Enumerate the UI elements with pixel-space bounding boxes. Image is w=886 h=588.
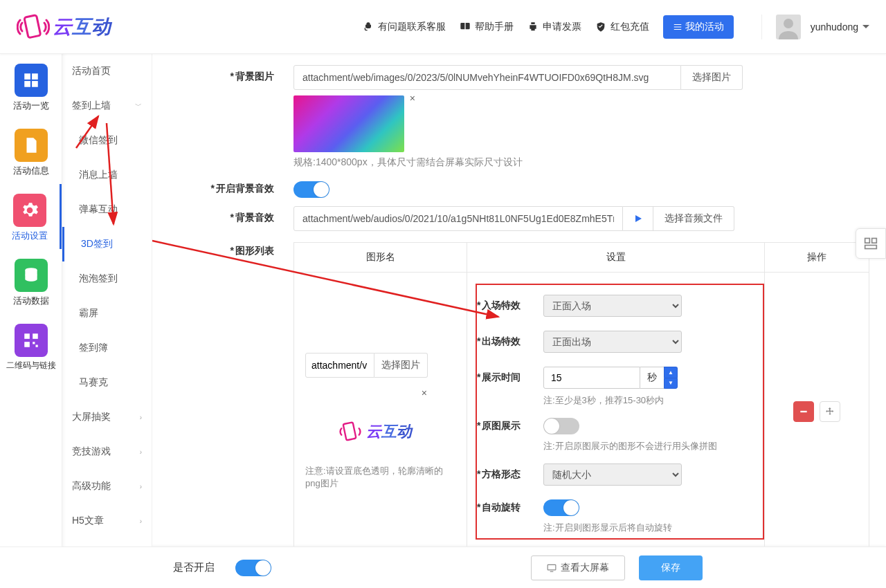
subnav-advanced[interactable]: 高级功能› [62, 469, 152, 504]
subnav-lottery[interactable]: 大屏抽奖› [62, 400, 152, 434]
gear-icon [21, 201, 39, 219]
logo-icon [17, 10, 50, 44]
nav-activity-info[interactable]: 活动信息 [0, 119, 62, 184]
subnav-home[interactable]: 活动首页 [62, 54, 152, 89]
remove-shape-image-icon[interactable]: × [422, 387, 427, 398]
label-bg-audio-enable: *开启背景音效 [169, 177, 293, 195]
delete-shape-button[interactable] [793, 401, 814, 422]
choose-image-button[interactable]: 选择图片 [681, 65, 743, 90]
svg-rect-2 [24, 73, 30, 80]
shape-choose-image-button[interactable]: 选择图片 [374, 353, 428, 378]
col-operations: 操作 [765, 243, 869, 272]
printer-icon [527, 21, 539, 33]
move-shape-button[interactable] [820, 401, 840, 422]
bg-audio-input[interactable] [293, 206, 623, 231]
layout-icon [864, 237, 878, 250]
subnav-wechat-signin[interactable]: 微信签到 [62, 123, 152, 158]
display-time-input[interactable] [543, 367, 640, 389]
subnav-book[interactable]: 签到簿 [62, 331, 152, 365]
time-unit: 秒 [640, 367, 664, 389]
in-effect-select[interactable]: 正面入场 [543, 295, 682, 317]
choose-audio-button[interactable]: 选择音频文件 [653, 206, 734, 231]
enable-toggle[interactable] [235, 560, 271, 576]
svg-rect-3 [32, 73, 38, 80]
qrcode-icon [22, 331, 40, 349]
nav-qrcode-links[interactable]: 二维码与链接 [0, 314, 62, 378]
nav-activity-overview[interactable]: 活动一览 [0, 54, 62, 119]
chevron-right-icon: › [140, 483, 142, 490]
out-effect-select[interactable]: 正面出场 [543, 331, 682, 353]
svg-rect-18 [872, 239, 877, 244]
time-step-up[interactable]: ▲ [664, 367, 678, 378]
label-out-effect: *出场特效 [477, 336, 531, 348]
nav-activity-settings[interactable]: 活动设置 [0, 184, 62, 249]
shape-image-input[interactable] [305, 353, 374, 378]
col-shape-name: 图形名 [294, 243, 467, 272]
svg-rect-15 [343, 422, 356, 440]
subnav-danmu[interactable]: 弹幕互动 [62, 192, 152, 227]
bg-image-thumbnail: × [293, 95, 404, 152]
subnav-signin-wall[interactable]: 签到上墙﹀ [62, 89, 152, 123]
nav-activity-data[interactable]: 活动数据 [0, 249, 62, 314]
contact-support-link[interactable]: 有问题联系客服 [363, 21, 446, 33]
shield-icon [595, 21, 606, 33]
svg-rect-8 [33, 333, 38, 339]
list-icon [673, 22, 682, 32]
subnav-3d-signin[interactable]: 3D签到 [62, 227, 152, 261]
avatar[interactable] [776, 15, 801, 39]
invoice-link[interactable]: 申请发票 [527, 21, 581, 33]
user-dropdown[interactable]: yunhudong [811, 21, 869, 33]
subnav-bubble[interactable]: 泡泡签到 [62, 261, 152, 296]
view-big-screen-button[interactable]: 查看大屏幕 [531, 555, 625, 580]
original-display-note: 注:开启原图展示的图形不会进行用头像拼图 [543, 440, 760, 452]
recharge-link[interactable]: 红包充值 [595, 21, 649, 33]
subnav-baping[interactable]: 霸屏 [62, 296, 152, 331]
time-step-down[interactable]: ▼ [664, 378, 678, 389]
svg-rect-19 [865, 246, 877, 249]
move-icon [825, 407, 835, 416]
database-icon [22, 266, 40, 284]
svg-rect-4 [24, 81, 30, 87]
subnav-h5[interactable]: H5文章› [62, 504, 152, 538]
brand-logo[interactable]: 云互动 [17, 10, 111, 44]
label-bg-image: *背景图片 [169, 65, 293, 83]
original-display-toggle[interactable] [543, 418, 579, 434]
chevron-down-icon: ﹀ [135, 101, 142, 111]
chevron-right-icon: › [140, 448, 142, 456]
auto-rotate-note: 注:开启则图形显示后将自动旋转 [543, 522, 760, 534]
document-icon [22, 136, 40, 154]
subnav-mosaic[interactable]: 马赛克 [62, 365, 152, 400]
chevron-right-icon: › [140, 414, 142, 421]
label-grid-form: *方格形态 [477, 468, 531, 481]
auto-rotate-toggle[interactable] [543, 499, 579, 516]
grid-form-select[interactable]: 随机大小 [543, 463, 682, 486]
svg-rect-11 [35, 345, 37, 347]
my-activity-button[interactable]: 我的活动 [663, 15, 734, 39]
logo-icon [337, 419, 363, 445]
svg-point-1 [784, 19, 793, 28]
time-note: 注:至少是3秒，推荐15-30秒内 [543, 394, 760, 407]
grid-icon [22, 71, 40, 89]
svg-rect-10 [33, 342, 35, 344]
svg-rect-7 [24, 333, 30, 339]
subnav-msg-wall[interactable]: 消息上墙 [62, 158, 152, 192]
save-button[interactable]: 保存 [639, 555, 703, 580]
shape-image-note: 注意:请设置底色透明，轮廓清晰的png图片 [305, 465, 455, 490]
subnav-games[interactable]: 竞技游戏› [62, 434, 152, 469]
help-manual-link[interactable]: 帮助手册 [460, 21, 514, 33]
audio-play-button[interactable] [623, 206, 653, 231]
bg-image-hint: 规格:1400*800px，具体尺寸需结合屏幕实际尺寸设计 [293, 156, 869, 169]
chevron-right-icon: › [140, 517, 142, 525]
svg-rect-9 [24, 342, 30, 347]
col-settings: 设置 [467, 243, 765, 272]
label-bg-audio: *背景音效 [169, 206, 293, 224]
floating-panel-button[interactable] [856, 228, 886, 259]
label-display-time: *展示时间 [477, 371, 531, 384]
label-enable: 是否开启 [173, 561, 215, 574]
label-auto-rotate: *自动旋转 [477, 502, 531, 514]
bg-audio-toggle[interactable] [293, 181, 329, 198]
bg-image-input[interactable] [293, 65, 681, 90]
remove-bg-image-icon[interactable]: × [410, 93, 415, 104]
caret-down-icon [862, 25, 869, 32]
label-shape-list: *图形列表 [169, 239, 293, 257]
